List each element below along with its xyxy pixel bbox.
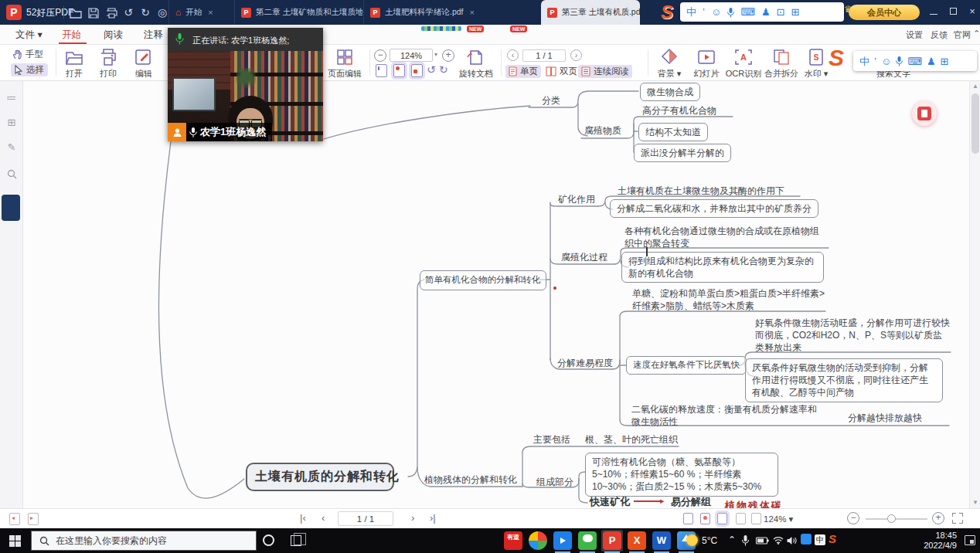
- sogou-input-toolbar[interactable]: 中 ’ ☺ ⌨ ♟ ⊡ ⊞: [680, 2, 844, 22]
- select-tool[interactable]: 选择: [11, 63, 48, 76]
- mindmap-node-aerobic[interactable]: 好氧条件微生物活动旺盛，分解作用可进行较快而彻底，CO2和H2O，N、P、S等则…: [755, 317, 950, 355]
- sogou-grid-icon[interactable]: ⊞: [791, 7, 800, 17]
- taskbar-app-word[interactable]: W: [652, 531, 671, 550]
- mindmap-node-humification[interactable]: 腐殖化过程: [561, 251, 607, 264]
- merge-split-button[interactable]: 合并拆分: [762, 48, 801, 80]
- mindmap-node-simple-compounds[interactable]: 简单有机化合物的分解和转化: [420, 270, 546, 290]
- sogou-input-toolbar[interactable]: 中 ’ ☺ ⌨ ♟ ⊞: [853, 51, 977, 71]
- scroll-up-arrow[interactable]: ▲: [970, 81, 980, 92]
- collapse-ribbon-icon[interactable]: ⌃: [973, 29, 980, 39]
- sogou-chinese-mode-icon[interactable]: 中: [686, 7, 696, 17]
- rotate-right-icon[interactable]: ↻: [439, 63, 448, 76]
- mindmap-node-mineralization[interactable]: 矿化作用: [558, 193, 595, 206]
- print-icon[interactable]: [104, 5, 119, 20]
- tab-chapter2[interactable]: P 第二章 土壤矿物质和土壤质地.pdf ×: [234, 0, 362, 25]
- fit-width-icon[interactable]: [683, 513, 693, 524]
- thumbnail-list-icon[interactable]: ≔: [5, 92, 18, 104]
- annotation-list-icon[interactable]: ✎: [5, 141, 18, 154]
- task-view-button[interactable]: [291, 535, 301, 546]
- actual-size-toggle[interactable]: [411, 64, 423, 77]
- sogou-punctuation-icon[interactable]: ’: [703, 7, 705, 17]
- mindmap-node-co2-release[interactable]: 二氧化碳的释放速度：衡量有机质分解速率和微生物活性: [631, 403, 817, 428]
- sogou-grid-icon[interactable]: ⊞: [941, 56, 949, 66]
- tab-intro[interactable]: P 土壤肥料科学绪论.pdf ×: [363, 0, 539, 25]
- home-circle-icon[interactable]: ◎: [155, 5, 170, 20]
- mindmap-node-difficulty[interactable]: 分解难易程度: [557, 357, 613, 370]
- double-page-mode[interactable]: 双页: [543, 65, 580, 78]
- tab-home[interactable]: ⌂ 开始 ×: [168, 0, 233, 25]
- taskbar-app-wechat[interactable]: [578, 531, 597, 550]
- sogou-emoji-icon[interactable]: ☺: [881, 56, 891, 66]
- sogou-mic-icon[interactable]: [896, 56, 903, 66]
- restore-button[interactable]: [944, 0, 962, 23]
- mindmap-node-undecomposed[interactable]: 派出没分解半分解的: [634, 144, 731, 162]
- fit-page-toggle[interactable]: [393, 64, 405, 77]
- vip-member-button[interactable]: ♛ 会员中心: [849, 5, 920, 20]
- open-button[interactable]: 打开: [59, 48, 90, 80]
- tab-chapter3-active[interactable]: P 第三章 土壤有机质.pdf ×: [541, 0, 640, 25]
- close-button[interactable]: ×: [963, 0, 980, 23]
- mindmap-node-includes-label[interactable]: 主要包括: [533, 433, 570, 446]
- weather-temperature[interactable]: 5°C: [702, 535, 717, 546]
- hand-tool[interactable]: 手型: [12, 49, 43, 60]
- previous-view-icon[interactable]: [9, 513, 20, 525]
- taskbar-app-messenger[interactable]: [553, 531, 572, 550]
- menu-website[interactable]: 官网: [954, 29, 971, 41]
- tab-close-icon[interactable]: ×: [470, 8, 475, 17]
- mindmap-node-humification-result[interactable]: 得到组成和结构比原来有机化合物更为复杂的新的有机化合物: [621, 252, 824, 283]
- continuous-read-mode[interactable]: 连续阅读: [578, 65, 632, 78]
- last-page-button[interactable]: ›|: [430, 512, 436, 524]
- ocr-button[interactable]: A OCR识别: [725, 48, 762, 80]
- tab-close-icon[interactable]: ×: [208, 8, 213, 17]
- page-number-box[interactable]: 1 / 1: [338, 511, 393, 526]
- next-view-icon[interactable]: [28, 513, 39, 525]
- scroll-down-arrow[interactable]: ▼: [970, 497, 980, 508]
- tray-volume-icon[interactable]: [787, 534, 797, 545]
- zoom-value-box[interactable]: 124%: [390, 49, 433, 62]
- tray-battery-icon[interactable]: [756, 534, 769, 545]
- previous-page-button[interactable]: ‹: [322, 512, 325, 524]
- zoom-slider-knob[interactable]: [887, 514, 896, 523]
- actual-size-icon[interactable]: [717, 513, 727, 524]
- mindmap-node-composition[interactable]: 可溶性有机化合物（糖、氨基酸等）5~10%；纤维素15~60 %；半纤维素10~…: [585, 453, 778, 497]
- menu-feedback[interactable]: 反馈: [931, 29, 948, 41]
- mindmap-node-anaerobic[interactable]: 厌氧条件好氧微生物的活动受到抑制，分解作用进行得既慢又不彻底，同时往往还产生有机…: [745, 358, 943, 402]
- mindmap-node-co2-note[interactable]: 分解越快排放越快: [848, 412, 922, 425]
- mindmap-node-fast-mineralization[interactable]: 快速矿化: [590, 495, 630, 508]
- undo-icon[interactable]: ↺: [121, 5, 136, 20]
- previous-page-button[interactable]: ‹: [507, 49, 519, 61]
- menu-file[interactable]: 文件 ▾: [15, 29, 43, 42]
- mindmap-node-speed[interactable]: 速度在好氧条件下比厌氧快: [626, 356, 747, 375]
- next-page-button[interactable]: ›: [411, 512, 414, 524]
- mindmap-node-plant-residue[interactable]: 植物残体的分解和转化: [424, 473, 517, 487]
- mindmap-root-node[interactable]: 土壤有机质的分解和转化: [246, 463, 394, 491]
- grid-view-icon[interactable]: ⊞: [5, 117, 18, 129]
- zoom-in-button[interactable]: +: [442, 49, 454, 62]
- mindmap-node-mineralization-result[interactable]: 分解成二氧化碳和水，并释放出其中的矿质养分: [610, 199, 818, 218]
- mindmap-node-structure-unknown[interactable]: 结构不太知道: [638, 123, 708, 141]
- tray-meeting-icon[interactable]: [801, 534, 812, 547]
- edit-button[interactable]: 编辑: [128, 48, 159, 80]
- redo-icon[interactable]: ↻: [138, 5, 153, 20]
- mindmap-node-mineralization-condition[interactable]: 土壤有机质在土壤微生物及其酶的作用下: [618, 185, 784, 198]
- mindmap-node-includes[interactable]: 根、茎、叶的死亡组织: [585, 433, 678, 446]
- mindmap-red-annotation[interactable]: 植物残体碳: [725, 499, 783, 508]
- tray-expand-icon[interactable]: ⌃: [728, 534, 736, 545]
- mindmap-node-humification-process[interactable]: 各种有机化合物通过微生物的合成或在原植物组织中的聚合转变: [624, 225, 827, 249]
- single-column-icon[interactable]: [736, 513, 746, 524]
- single-page-mode[interactable]: 单页: [505, 65, 541, 78]
- menu-start[interactable]: 开始: [62, 29, 81, 42]
- tray-mic-icon[interactable]: [742, 534, 749, 546]
- sogou-mic-icon[interactable]: [727, 6, 734, 17]
- sogou-emoji-icon[interactable]: ☺: [711, 7, 721, 17]
- taskbar-app-52pdf[interactable]: P: [603, 531, 621, 550]
- menu-settings[interactable]: 设置: [906, 29, 923, 41]
- fit-page-icon[interactable]: [700, 513, 710, 524]
- two-column-icon[interactable]: [751, 513, 761, 524]
- mindmap-node-microbial-synthesis[interactable]: 微生物合成: [640, 83, 700, 101]
- save-icon[interactable]: [86, 5, 101, 20]
- slideshow-button[interactable]: 幻灯片: [689, 48, 723, 80]
- sogou-chinese-mode-icon[interactable]: 中: [859, 56, 869, 66]
- sogou-skin-icon[interactable]: ⊡: [777, 7, 785, 17]
- active-panel-indicator[interactable]: [2, 195, 20, 221]
